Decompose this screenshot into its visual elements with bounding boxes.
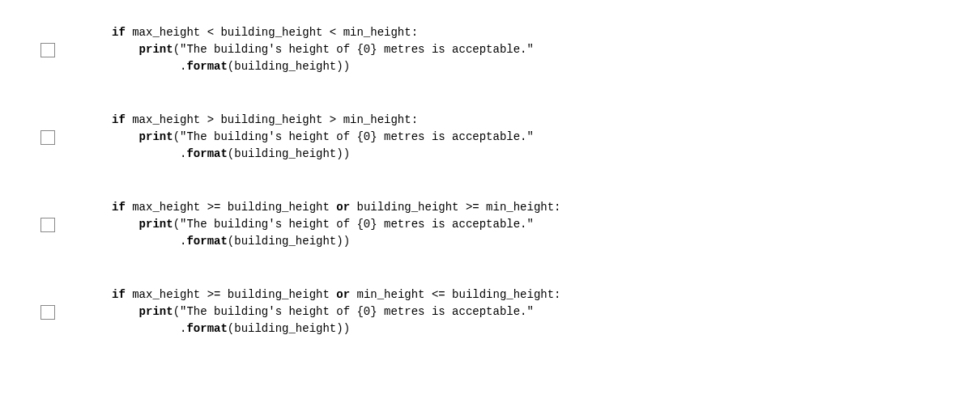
keyword-if: if [112,113,126,126]
keyword-if: if [112,26,126,39]
code-text: max_height < building_height < min_heigh… [126,26,418,39]
code-text [112,305,139,318]
code-text [112,130,139,143]
keyword-print: print [139,305,173,318]
keyword-if: if [112,201,126,214]
code-text: ("The building's height of {0} metres is… [173,218,534,231]
checkbox-option-2[interactable] [40,130,55,145]
code-text: max_height > building_height > min_heigh… [126,113,418,126]
checkbox-option-3[interactable] [40,218,55,232]
keyword-format: format [186,60,227,73]
keyword-if: if [112,288,126,301]
keyword-format: format [186,322,227,335]
code-text: max_height >= building_height [126,201,336,214]
option-row: if max_height >= building_height or buil… [40,199,940,250]
keyword-format: format [186,235,227,248]
code-block: if max_height > building_height > min_he… [112,112,534,163]
code-text: building_height >= min_height: [350,201,560,214]
code-text: ("The building's height of {0} metres is… [173,305,534,318]
keyword-or: or [336,288,350,301]
code-text: ("The building's height of {0} metres is… [173,43,534,56]
code-block: if max_height >= building_height or buil… [112,199,561,250]
code-text: ("The building's height of {0} metres is… [173,130,534,143]
code-text [112,218,139,231]
keyword-print: print [139,43,173,56]
keyword-print: print [139,130,173,143]
code-block: if max_height >= building_height or min_… [112,286,561,337]
code-text: max_height >= building_height [126,288,336,301]
code-text: . [112,60,186,73]
code-block: if max_height < building_height < min_he… [112,24,534,75]
code-text: min_height <= building_height: [350,288,560,301]
option-row: if max_height >= building_height or min_… [40,286,940,337]
code-text: (building_height)) [228,147,350,160]
code-text: (building_height)) [228,60,350,73]
code-text: . [112,235,186,248]
keyword-print: print [139,218,173,231]
code-text: . [112,322,186,335]
keyword-format: format [186,147,227,160]
checkbox-option-4[interactable] [40,305,55,320]
code-text [112,43,139,56]
checkbox-option-1[interactable] [40,43,55,57]
code-text: (building_height)) [228,235,350,248]
option-row: if max_height > building_height > min_he… [40,112,940,163]
option-row: if max_height < building_height < min_he… [40,24,940,75]
code-text: . [112,147,186,160]
keyword-or: or [336,201,350,214]
code-text: (building_height)) [228,322,350,335]
